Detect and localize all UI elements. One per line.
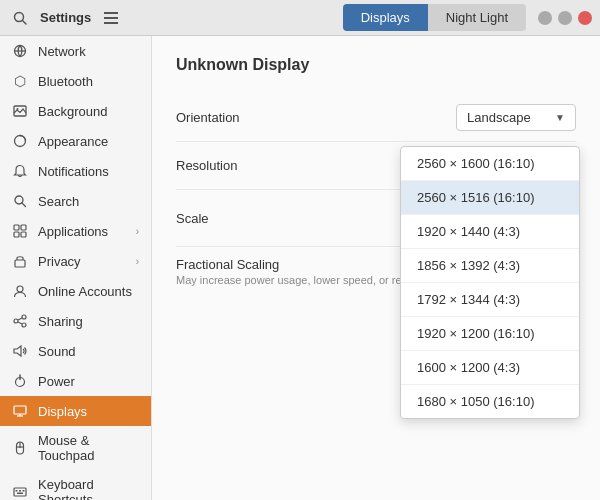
sidebar-item-sharing[interactable]: Sharing [0, 306, 151, 336]
search-icon [12, 194, 28, 208]
app-title: Settings [40, 10, 91, 25]
sidebar-label-background: Background [38, 104, 107, 119]
tab-night-light[interactable]: Night Light [428, 4, 526, 31]
orientation-value: Landscape [467, 110, 531, 125]
svg-line-8 [22, 203, 26, 207]
minimize-button[interactable] [538, 11, 552, 25]
appearance-icon [12, 134, 28, 148]
sidebar-item-search[interactable]: Search [0, 186, 151, 216]
svg-rect-10 [21, 225, 26, 230]
sidebar-item-background[interactable]: Background [0, 96, 151, 126]
sidebar-label-keyboard-shortcuts: Keyboard Shortcuts [38, 477, 139, 500]
sidebar-item-bluetooth[interactable]: ⬡ Bluetooth [0, 66, 151, 96]
resolution-option-3[interactable]: 1856 × 1392 (4:3) [401, 249, 579, 283]
resolution-option-4[interactable]: 1792 × 1344 (4:3) [401, 283, 579, 317]
sidebar-label-search: Search [38, 194, 79, 209]
window-controls [538, 11, 592, 25]
sidebar-label-appearance: Appearance [38, 134, 108, 149]
sidebar-label-network: Network [38, 44, 86, 59]
svg-rect-12 [21, 232, 26, 237]
orientation-control: Landscape ▼ [336, 104, 576, 131]
menu-button[interactable] [99, 6, 123, 30]
sidebar-item-mouse-touchpad[interactable]: Mouse & Touchpad [0, 426, 151, 470]
tab-displays[interactable]: Displays [343, 4, 428, 31]
orientation-dropdown-arrow-icon: ▼ [555, 112, 565, 123]
svg-rect-33 [17, 493, 23, 495]
orientation-label: Orientation [176, 110, 336, 125]
svg-rect-23 [14, 406, 26, 414]
svg-line-19 [18, 322, 22, 324]
displays-icon [12, 404, 28, 418]
orientation-row: Orientation Landscape ▼ [176, 94, 576, 142]
sidebar-item-power[interactable]: Power [0, 366, 151, 396]
svg-marker-20 [14, 346, 21, 356]
sidebar: Network ⬡ Bluetooth Background [0, 36, 152, 500]
sidebar-label-sharing: Sharing [38, 314, 83, 329]
online-accounts-icon [12, 284, 28, 298]
sidebar-item-displays[interactable]: Displays [0, 396, 151, 426]
sidebar-item-privacy[interactable]: Privacy › [0, 246, 151, 276]
privacy-icon [12, 254, 28, 268]
sidebar-label-online-accounts: Online Accounts [38, 284, 132, 299]
resolution-option-5[interactable]: 1920 × 1200 (16:10) [401, 317, 579, 351]
content-area: Unknown Display Orientation Landscape ▼ … [152, 36, 600, 500]
svg-rect-29 [14, 488, 26, 496]
svg-rect-30 [16, 490, 18, 492]
svg-rect-32 [23, 490, 25, 492]
sidebar-item-online-accounts[interactable]: Online Accounts [0, 276, 151, 306]
sidebar-item-applications[interactable]: Applications › [0, 216, 151, 246]
sidebar-item-keyboard-shortcuts[interactable]: Keyboard Shortcuts [0, 470, 151, 500]
svg-line-18 [18, 318, 22, 320]
mouse-touchpad-icon [12, 441, 28, 455]
keyboard-shortcuts-icon [12, 485, 28, 499]
sidebar-label-power: Power [38, 374, 75, 389]
svg-point-15 [22, 315, 26, 319]
sidebar-label-notifications: Notifications [38, 164, 109, 179]
close-button[interactable] [578, 11, 592, 25]
sidebar-label-applications: Applications [38, 224, 108, 239]
resolution-dropdown-popup: 2560 × 1600 (16:10) 2560 × 1516 (16:10) … [400, 146, 580, 419]
svg-point-14 [17, 286, 23, 292]
svg-point-5 [17, 108, 19, 110]
sidebar-label-sound: Sound [38, 344, 76, 359]
sidebar-label-mouse-touchpad: Mouse & Touchpad [38, 433, 139, 463]
privacy-chevron-icon: › [136, 256, 139, 267]
sidebar-item-network[interactable]: Network [0, 36, 151, 66]
resolution-option-1[interactable]: 2560 × 1516 (16:10) [401, 181, 579, 215]
svg-rect-31 [19, 490, 21, 492]
scale-label: Scale [176, 211, 336, 226]
sidebar-item-appearance[interactable]: Appearance [0, 126, 151, 156]
main-layout: Network ⬡ Bluetooth Background [0, 36, 600, 500]
titlebar: Settings Displays Night Light [0, 0, 600, 36]
notifications-icon [12, 164, 28, 178]
power-icon [12, 374, 28, 388]
resolution-option-2[interactable]: 1920 × 1440 (4:3) [401, 215, 579, 249]
svg-rect-9 [14, 225, 19, 230]
sidebar-label-bluetooth: Bluetooth [38, 74, 93, 89]
titlebar-tabs: Displays Night Light [343, 4, 526, 31]
svg-point-16 [14, 319, 18, 323]
resolution-option-0[interactable]: 2560 × 1600 (16:10) [401, 147, 579, 181]
svg-point-17 [22, 323, 26, 327]
sidebar-label-privacy: Privacy [38, 254, 81, 269]
maximize-button[interactable] [558, 11, 572, 25]
resolution-label: Resolution [176, 158, 336, 173]
applications-icon [12, 224, 28, 238]
svg-rect-13 [15, 260, 25, 267]
search-icon-button[interactable] [8, 6, 32, 30]
bluetooth-icon: ⬡ [12, 73, 28, 89]
sidebar-label-displays: Displays [38, 404, 87, 419]
orientation-dropdown[interactable]: Landscape ▼ [456, 104, 576, 131]
resolution-option-7[interactable]: 1680 × 1050 (16:10) [401, 385, 579, 418]
sidebar-item-sound[interactable]: Sound [0, 336, 151, 366]
sharing-icon [12, 314, 28, 328]
sound-icon [12, 344, 28, 358]
page-title: Unknown Display [176, 56, 576, 74]
fractional-scaling-label: Fractional Scaling [176, 257, 279, 272]
svg-line-1 [23, 20, 27, 24]
svg-rect-11 [14, 232, 19, 237]
titlebar-left: Settings [8, 6, 343, 30]
sidebar-item-notifications[interactable]: Notifications [0, 156, 151, 186]
applications-chevron-icon: › [136, 226, 139, 237]
resolution-option-6[interactable]: 1600 × 1200 (4:3) [401, 351, 579, 385]
